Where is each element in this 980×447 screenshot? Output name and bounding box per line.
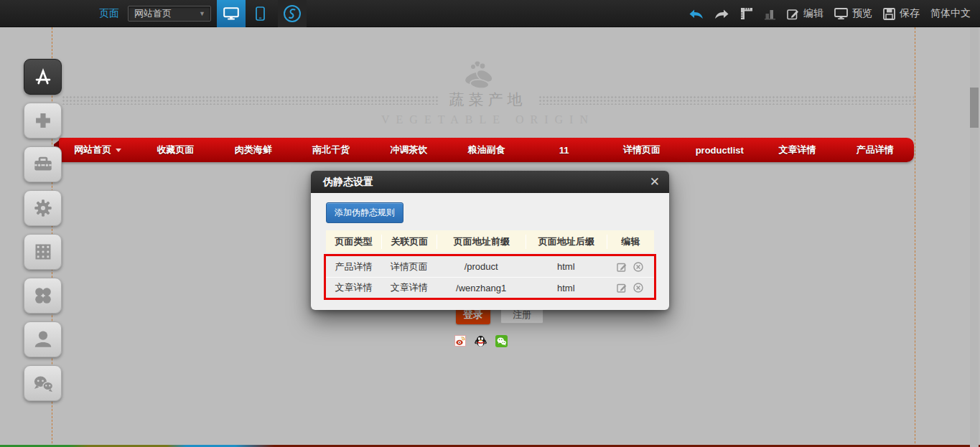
save-floppy-icon [883,8,895,20]
sidebar-item-settings[interactable] [24,190,62,226]
clover-icon [30,283,56,309]
mobile-view-button[interactable] [246,0,274,27]
cell-url-prefix: /wenzhang1 [437,283,525,293]
header-url-prefix: 页面地址前缀 [437,235,525,249]
preview-button-label: 预览 [852,7,872,20]
nav-item-11[interactable]: 11 [526,138,603,162]
page-label: 页面 [99,7,119,20]
dialog-body: 添加伪静态规则 页面类型 关联页面 页面地址前缀 页面地址后缀 编辑 产品详情 … [311,193,669,310]
cell-url-suffix: html [526,261,607,272]
undo-button[interactable] [689,9,704,19]
app-design-icon [29,64,57,90]
header-url-suffix: 页面地址后缀 [526,235,607,249]
delete-rule-button[interactable] [633,283,643,293]
save-button[interactable]: 保存 [883,7,920,20]
nav-item-home[interactable]: 网站首页 [59,138,136,162]
delete-rule-button[interactable] [633,262,643,272]
dotted-divider-left [62,95,438,105]
table-row: 产品详情 详情页面 /product html [326,256,654,277]
toolbox-icon [30,151,56,177]
preview-monitor-icon [834,8,848,20]
redo-icon [714,9,729,19]
pseudo-static-settings-dialog: 伪静态设置 ✕ 添加伪静态规则 页面类型 关联页面 页面地址前缀 页面地址后缀 … [311,171,669,310]
edit-rule-button[interactable] [617,283,627,293]
highlight-frame: 产品详情 详情页面 /product html [324,254,656,300]
right-page-guide [915,27,915,447]
cell-linked-page: 文章详情 [381,281,437,294]
qq-icon[interactable] [475,334,487,347]
dialog-title: 伪静态设置 [323,176,650,189]
vertical-scrollbar[interactable] [970,27,979,447]
sync-logo-button[interactable] [278,0,307,27]
rule-table-header: 页面类型 关联页面 页面地址前缀 页面地址后缀 编辑 [326,230,654,253]
cell-url-prefix: /product [437,261,525,272]
site-subtitle: VEGETABLE ORIGIN [62,113,914,126]
desktop-view-button[interactable] [217,0,246,27]
add-rule-button[interactable]: 添加伪静态规则 [326,202,403,223]
preview-button[interactable]: 预览 [834,7,872,20]
nav-item-tea-drinks[interactable]: 冲调茶饮 [370,138,447,162]
cell-linked-page: 详情页面 [381,260,437,273]
column-chart-icon [764,8,776,20]
header-page-type: 页面类型 [326,235,381,249]
sidebar-item-plugins[interactable] [24,278,62,314]
site-navbar: 网站首页 收藏页面 肉类海鲜 南北干货 冲调茶饮 粮油副食 11 详情页面 pr… [59,138,914,162]
delete-circle-x-icon [633,283,643,293]
dialog-header[interactable]: 伪静态设置 ✕ [311,171,669,193]
sidebar-item-add[interactable] [24,103,62,138]
phone-icon [256,6,265,21]
vegetable-leaves-icon [459,59,498,92]
cell-page-type: 文章详情 [326,281,381,294]
chevron-down-icon: ▼ [199,10,205,17]
nav-item-dry-goods[interactable]: 南北干货 [292,138,370,162]
scrollbar-thumb[interactable] [970,88,979,128]
language-switcher[interactable]: 简体中文 [930,7,971,20]
nav-item-product-detail[interactable]: 产品详情 [836,138,914,162]
save-button-label: 保存 [900,7,920,20]
sidebar-item-wechat[interactable] [24,365,62,401]
redo-button[interactable] [714,9,729,19]
rule-table: 页面类型 关联页面 页面地址前缀 页面地址后缀 编辑 产品详情 详情页面 /pr… [326,230,654,300]
chat-bubbles-icon [29,370,57,396]
user-icon [30,326,56,352]
nav-item-grain-oil[interactable]: 粮油副食 [447,138,525,162]
sidebar-item-toolbox[interactable] [24,146,62,182]
wechat-icon[interactable] [495,335,508,347]
header-edit: 编辑 [607,235,654,249]
sidebar-item-member[interactable] [24,321,62,357]
ruler-button[interactable] [740,7,753,20]
delete-circle-x-icon [633,262,643,272]
plus-icon [30,108,56,133]
edit-button[interactable]: 编辑 [787,7,823,20]
edit-pencil-icon [787,8,799,20]
undo-icon [689,9,704,19]
nav-item-favorites[interactable]: 收藏页面 [136,138,214,162]
cell-url-suffix: html [526,283,607,293]
top-toolbar: 页面 网站首页 ▼ [0,0,980,27]
site-title-row: 蔬菜产地 [62,90,914,109]
monitor-icon [223,7,239,20]
site-title[interactable]: 蔬菜产地 [438,90,538,110]
nav-item-detail-page[interactable]: 详情页面 [603,138,681,162]
close-icon[interactable]: ✕ [650,176,660,188]
ruler-icon [740,7,753,20]
cell-page-type: 产品详情 [326,260,381,273]
chevron-down-icon [116,149,121,152]
edit-rule-button[interactable] [617,262,627,272]
page-select-value: 网站首页 [134,7,172,20]
edit-pencil-icon [617,262,627,272]
social-icons-row [454,334,508,347]
stats-button[interactable] [764,8,776,20]
circle-s-icon [283,4,302,23]
sidebar-item-design[interactable] [24,59,62,95]
edit-button-label: 编辑 [803,7,823,20]
edit-pencil-icon [617,283,627,293]
weibo-icon[interactable] [454,335,466,347]
nav-item-article-detail[interactable]: 文章详情 [758,138,836,162]
table-row: 文章详情 文章详情 /wenzhang1 html [326,277,654,298]
page-select-dropdown[interactable]: 网站首页 ▼ [128,6,211,22]
sidebar-item-modules[interactable] [24,234,62,270]
nav-item-meat-seafood[interactable]: 肉类海鲜 [215,138,292,162]
nav-item-productlist[interactable]: productlist [681,138,758,162]
dotted-divider-right [538,95,915,105]
